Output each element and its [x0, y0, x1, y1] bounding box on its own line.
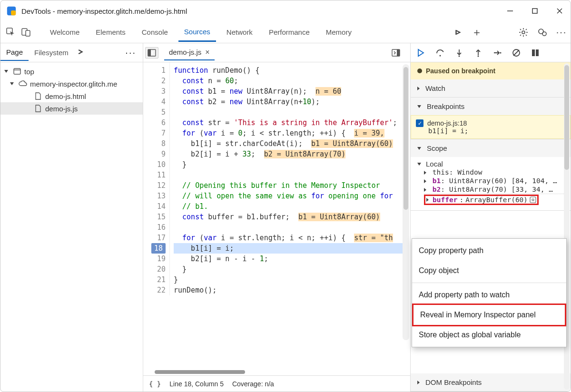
- svg-rect-1: [11, 10, 16, 15]
- tree-file[interactable]: demo-js.js: [0, 102, 143, 115]
- context-menu-item[interactable]: Copy object: [412, 261, 566, 281]
- chevron-right-icon: [426, 198, 429, 202]
- context-menu-item[interactable]: Store object as global variable: [412, 325, 566, 345]
- memory-icon[interactable]: [530, 196, 536, 203]
- file-tree: top memory-inspector.glitch.me demo-js.h…: [0, 62, 143, 118]
- maximize-button[interactable]: [530, 6, 540, 16]
- pause-dot-icon: [417, 69, 422, 73]
- step-icon[interactable]: [492, 48, 502, 58]
- close-tab-icon[interactable]: ×: [205, 48, 209, 57]
- window-controls: [505, 6, 565, 16]
- more-subtabs-icon[interactable]: [77, 49, 84, 57]
- window-title: DevTools - memory-inspector.glitch.me/de…: [21, 7, 505, 15]
- watch-section[interactable]: Watch: [411, 79, 571, 98]
- paused-label: Paused on breakpoint: [426, 67, 495, 75]
- tab-performance[interactable]: Performance: [263, 23, 315, 41]
- tab-welcome[interactable]: Welcome: [44, 23, 85, 41]
- svg-point-18: [440, 55, 441, 56]
- tree-top[interactable]: top: [0, 65, 143, 78]
- context-menu-item[interactable]: Copy property path: [412, 241, 566, 261]
- context-menu: Copy property pathCopy objectAdd propert…: [412, 238, 567, 347]
- settings-icon[interactable]: [518, 27, 529, 38]
- svg-point-30: [532, 199, 534, 201]
- more-icon[interactable]: ···: [556, 27, 567, 38]
- step-out-icon[interactable]: [473, 48, 483, 58]
- breakpoint-location: demo-js.js:18: [427, 119, 468, 127]
- scope-local[interactable]: Local: [417, 160, 564, 168]
- local-b2[interactable]: b2: Uint8Array(70) [33, 34, …: [424, 185, 564, 194]
- more-tabs-icon[interactable]: [453, 27, 463, 38]
- svg-rect-17: [397, 49, 400, 56]
- tree-top-label: top: [24, 68, 34, 76]
- navigator-overflow-icon[interactable]: ···: [125, 47, 136, 58]
- subtab-page[interactable]: Page: [0, 44, 29, 61]
- deactivate-breakpoints-icon[interactable]: [512, 48, 521, 58]
- chevron-down-icon: [417, 147, 421, 150]
- debugger-toolbar: [411, 43, 571, 62]
- chevron-down-icon: [417, 163, 421, 166]
- breakpoints-header[interactable]: Breakpoints: [411, 98, 571, 115]
- chevron-right-icon: [424, 171, 426, 175]
- devtools-icon: [6, 6, 17, 16]
- more-editor-icon[interactable]: [389, 47, 403, 59]
- tab-elements[interactable]: Elements: [90, 23, 131, 41]
- chevron-right-icon: [417, 381, 420, 384]
- watch-label: Watch: [425, 84, 445, 92]
- scope-section: Scope Local this: Window b1: Uint8Array(…: [411, 139, 571, 211]
- svg-rect-29: [530, 197, 536, 203]
- step-into-icon[interactable]: [454, 48, 464, 58]
- local-buffer[interactable]: buffer: ArrayBuffer(60): [424, 194, 564, 206]
- svg-rect-28: [536, 49, 539, 56]
- close-button[interactable]: [554, 6, 565, 16]
- context-menu-item[interactable]: Add property path to watch: [412, 285, 566, 305]
- tab-console[interactable]: Console: [136, 23, 174, 41]
- subtab-filesystem[interactable]: Filesystem: [29, 45, 74, 60]
- breakpoint-code: b1[i] = i;: [427, 127, 468, 135]
- vertical-scrollbar[interactable]: [403, 64, 409, 340]
- code-body: function runDemo() { const n = 60; const…: [170, 62, 410, 298]
- local-b1[interactable]: b1: Uint8Array(60) [84, 104, …: [424, 176, 564, 185]
- pause-exceptions-icon[interactable]: [531, 48, 540, 58]
- chevron-down-icon: [4, 70, 8, 73]
- tree-file-label: demo-js.html: [45, 92, 86, 100]
- breakpoints-label: Breakpoints: [427, 102, 464, 110]
- svg-point-22: [478, 55, 479, 57]
- code-editor[interactable]: 12345678910111213141516171819202122 func…: [143, 62, 410, 375]
- svg-point-24: [500, 52, 502, 53]
- add-tab-icon[interactable]: ＋: [472, 27, 482, 38]
- toolbar-tabs: WelcomeElementsConsoleSourcesNetworkPerf…: [44, 23, 357, 42]
- scope-local-label: Local: [426, 160, 443, 168]
- feedback-icon[interactable]: [537, 27, 548, 38]
- chevron-right-icon: [417, 87, 420, 90]
- chevron-down-icon: [417, 105, 421, 108]
- context-menu-item[interactable]: Reveal in Memory Inspector panel: [412, 304, 566, 326]
- step-over-icon[interactable]: [435, 48, 445, 58]
- toggle-navigator-icon[interactable]: [145, 47, 158, 59]
- tab-memory[interactable]: Memory: [320, 23, 357, 41]
- svg-rect-3: [532, 9, 537, 13]
- breakpoint-item[interactable]: ✓ demo-js.js:18 b1[i] = i;: [411, 115, 571, 139]
- tree-host-label: memory-inspector.glitch.me: [30, 80, 117, 88]
- file-tab[interactable]: demo-js.js ×: [164, 45, 215, 60]
- resume-icon[interactable]: [416, 48, 426, 58]
- file-icon: [34, 92, 42, 100]
- dom-breakpoints-section[interactable]: DOM Breakpoints: [411, 373, 571, 392]
- braces-icon[interactable]: { }: [149, 380, 161, 388]
- horizontal-scrollbar[interactable]: [143, 369, 410, 375]
- chevron-right-icon: [424, 179, 426, 183]
- device-icon[interactable]: [20, 26, 33, 39]
- tab-sources[interactable]: Sources: [178, 23, 216, 42]
- tab-network[interactable]: Network: [221, 23, 258, 41]
- svg-point-20: [459, 55, 460, 57]
- minimize-button[interactable]: [505, 6, 515, 16]
- editor-panel: demo-js.js × 123456789101112131415161718…: [143, 43, 411, 392]
- tree-file[interactable]: demo-js.html: [0, 90, 143, 102]
- scope-header[interactable]: Scope: [411, 139, 571, 157]
- paused-banner: Paused on breakpoint: [411, 62, 571, 79]
- tree-host[interactable]: memory-inspector.glitch.me: [0, 78, 143, 90]
- inspect-icon[interactable]: [4, 26, 18, 39]
- svg-rect-12: [14, 69, 20, 74]
- checkbox-icon[interactable]: ✓: [416, 119, 423, 127]
- local-this[interactable]: this: Window: [424, 168, 564, 176]
- file-icon: [34, 104, 42, 113]
